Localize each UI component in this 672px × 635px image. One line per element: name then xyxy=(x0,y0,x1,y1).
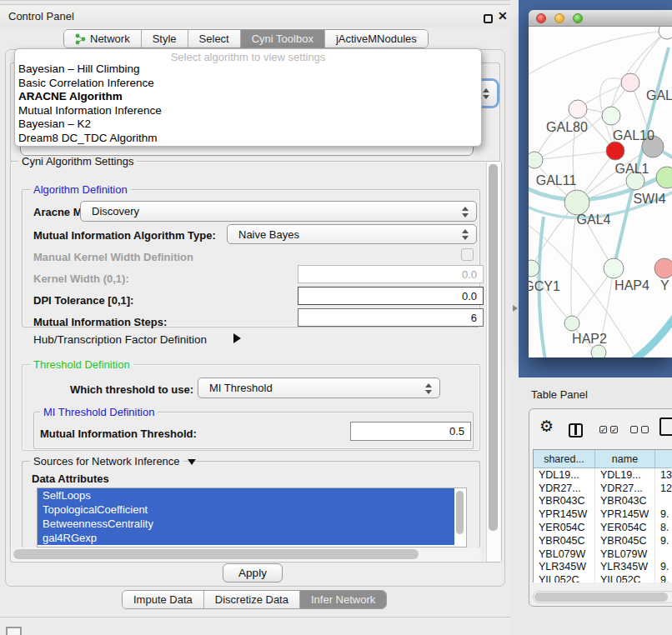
attribute-item-selfloops[interactable]: SelfLoops xyxy=(38,488,454,502)
network-node-hap4[interactable] xyxy=(604,258,624,278)
mi-threshold-field[interactable]: 0.5 xyxy=(350,422,471,441)
network-node-hap2[interactable] xyxy=(564,316,579,331)
network-node-gal4[interactable] xyxy=(564,190,589,215)
stepper-icon xyxy=(462,228,469,241)
tab-jactivemnodules[interactable]: jActiveMNodules xyxy=(325,30,428,48)
table-row[interactable]: YDR27...YDR27...12 xyxy=(534,482,672,495)
algorithm-option-basic-correlation-inference[interactable]: Basic Correlation Inference xyxy=(15,77,481,91)
table-row[interactable]: YER054CYER054C8. xyxy=(534,521,672,534)
network-edge[interactable] xyxy=(531,268,572,323)
table-cell: YBL079W xyxy=(595,548,655,561)
network-window-titlebar[interactable] xyxy=(529,10,672,27)
tab-cyni-toolbox[interactable]: Cyni Toolbox xyxy=(241,30,325,48)
control-panel-bottom-edge xyxy=(0,617,510,618)
network-canvas[interactable]: GALGAL80GAL10GAL1GAL11SWI4GAL4GCY1HAP4YH… xyxy=(529,27,672,358)
table-row[interactable]: YIL052CYIL052C9. xyxy=(534,573,672,582)
table-panel-title: Table Panel xyxy=(531,388,588,401)
tab-style[interactable]: Style xyxy=(142,30,188,48)
gear-icon[interactable]: ⚙ xyxy=(539,417,554,436)
network-node-gal11[interactable] xyxy=(529,152,543,168)
close-traffic-light-icon[interactable] xyxy=(536,13,546,23)
network-node-gal1[interactable] xyxy=(606,142,624,160)
attribute-item-gal4rgexp[interactable]: gal4RGexp xyxy=(38,531,454,545)
mi-steps-field[interactable]: 6 xyxy=(298,308,484,327)
column-header-a[interactable]: A xyxy=(655,450,672,468)
dpi-tolerance-field[interactable]: 0.0 xyxy=(298,287,484,305)
network-node-gal80[interactable] xyxy=(569,100,587,118)
algorithm-option-aracne-algorithm[interactable]: ARACNE Algorithm xyxy=(15,90,481,104)
hub-expand-icon[interactable] xyxy=(233,333,241,343)
column-header-name[interactable]: name xyxy=(595,450,655,468)
table-row[interactable]: YBR045CYBR045C9. xyxy=(534,534,672,548)
tab-network[interactable]: Network xyxy=(64,30,142,48)
checked-box-icon[interactable]: ✓ xyxy=(610,426,618,433)
network-edge[interactable] xyxy=(534,109,578,160)
tab-discretize-data[interactable]: Discretize Data xyxy=(204,591,300,608)
kernel-width-field[interactable]: 0.0 xyxy=(298,265,484,283)
control-panel-title: Control Panel xyxy=(8,10,74,22)
table-row[interactable]: YDL19...YDL19...13 xyxy=(534,468,672,482)
splitter-handle-icon[interactable] xyxy=(513,305,518,312)
tab-infer-network[interactable]: Infer Network xyxy=(300,591,386,608)
network-node-pink-top[interactable] xyxy=(621,73,639,92)
mi-type-value: Naive Bayes xyxy=(238,228,299,241)
node-label-y: Y xyxy=(660,278,669,292)
settings-scrollbar-thumb[interactable] xyxy=(489,164,498,531)
columns-icon[interactable] xyxy=(569,423,583,438)
network-node-gal10[interactable] xyxy=(602,107,620,125)
attribute-item-betweennesscentrality[interactable]: BetweennessCentrality xyxy=(38,517,454,531)
close-icon[interactable]: ✕ xyxy=(498,9,508,22)
mi-type-combobox[interactable]: Naive Bayes xyxy=(227,224,477,244)
kernel-width-label: Kernel Width (0,1): xyxy=(33,272,129,285)
control-panel-titlebar: Control Panel ✕ xyxy=(0,4,510,28)
minimized-panel-icon[interactable] xyxy=(6,627,22,635)
tab-impute-data[interactable]: Impute Data xyxy=(123,591,204,608)
document-icon[interactable] xyxy=(659,418,672,436)
unchecked-box-icon[interactable] xyxy=(630,426,638,433)
network-node-salmon-right[interactable] xyxy=(654,258,672,278)
network-edge[interactable] xyxy=(534,151,615,160)
table-row[interactable]: YLR345WYLR345W9. xyxy=(534,561,672,574)
algorithm-option-dream8-dc-tdc-algorithm[interactable]: Dream8 DC_TDC Algorithm xyxy=(15,132,481,146)
attributes-scrollbar-thumb[interactable] xyxy=(456,491,464,534)
minimize-traffic-light-icon[interactable] xyxy=(554,13,564,23)
network-node-bottom-node[interactable] xyxy=(591,345,606,358)
node-label-hap4: HAP4 xyxy=(614,278,649,292)
sources-title[interactable]: Sources for Network Inference xyxy=(30,455,183,468)
table-cell: YLR345W xyxy=(534,561,595,574)
table-cell: YPR145W xyxy=(595,508,655,521)
table-header-row: shared...nameA xyxy=(534,450,672,468)
zoom-traffic-light-icon[interactable] xyxy=(573,13,583,23)
table-cell: YER054C xyxy=(534,521,595,534)
table-hscrollbar-thumb[interactable] xyxy=(534,592,668,602)
apply-button-label: Apply xyxy=(238,567,267,579)
table-row[interactable]: YBR043CYBR043C xyxy=(534,495,672,508)
table-row[interactable]: YPR145WYPR145W9. xyxy=(534,508,672,521)
apply-button[interactable]: Apply xyxy=(223,563,283,582)
data-attributes-label: Data Attributes xyxy=(32,472,109,485)
table-cell: YDL19... xyxy=(595,468,655,482)
float-window-icon[interactable] xyxy=(484,14,493,23)
checked-box-icon[interactable]: ✓ xyxy=(599,426,607,433)
table-cell: 9. xyxy=(655,534,672,548)
aracne-mode-value: Discovery xyxy=(92,205,139,218)
network-graph: GALGAL80GAL10GAL1GAL11SWI4GAL4GCY1HAP4YH… xyxy=(529,27,672,358)
table-row[interactable]: YBL079WYBL079W xyxy=(534,548,672,561)
aracne-mode-combobox[interactable]: Discovery xyxy=(80,201,477,222)
tab-select[interactable]: Select xyxy=(188,30,241,48)
hub-section-label[interactable]: Hub/Transcription Factor Definition xyxy=(33,333,207,346)
network-icon xyxy=(75,33,86,45)
algorithm-option-mutual-information-inference[interactable]: Mutual Information Inference xyxy=(15,104,481,118)
network-edge[interactable] xyxy=(529,31,667,77)
unchecked-box-icon[interactable] xyxy=(641,426,649,433)
algorithm-option-bayesian-hill-climbing[interactable]: Bayesian – Hill Climbing xyxy=(15,62,481,77)
attribute-item-topologicalcoefficient[interactable]: TopologicalCoefficient xyxy=(38,502,454,517)
column-header-shared[interactable]: shared... xyxy=(534,450,595,468)
which-threshold-combobox[interactable]: MI Threshold xyxy=(198,378,440,398)
network-edge[interactable] xyxy=(634,314,672,358)
algorithm-option-bayesian-k2[interactable]: Bayesian – K2 xyxy=(15,118,481,132)
settings-hscrollbar-thumb[interactable] xyxy=(13,549,419,559)
sources-collapse-icon[interactable] xyxy=(188,459,196,465)
manual-kernel-checkbox[interactable] xyxy=(461,248,474,261)
network-node-green-right[interactable] xyxy=(656,167,672,188)
